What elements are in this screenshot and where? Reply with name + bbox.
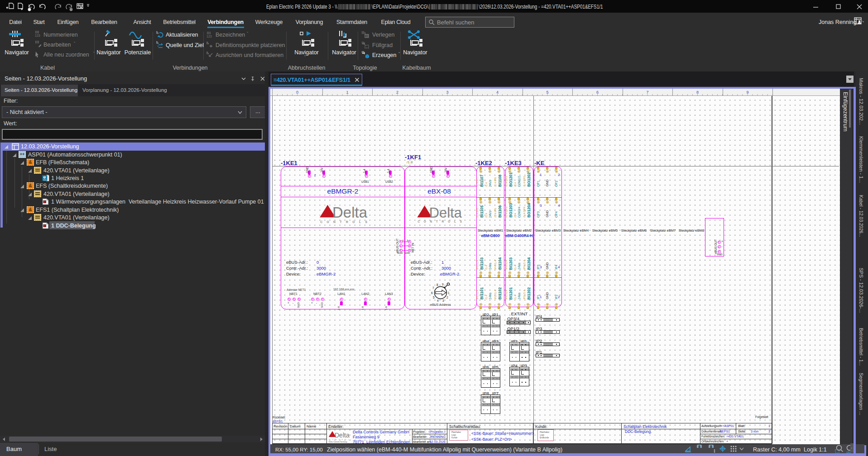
svg-text:7: 7 xyxy=(432,286,434,290)
svg-text:Delta Controls Germany: Delta Controls Germany xyxy=(329,441,347,443)
svg-text:Delta: Delta xyxy=(332,204,368,221)
svg-text:2: 2 xyxy=(446,296,448,299)
svg-text:4: 4 xyxy=(437,299,439,302)
svg-text:3: 3 xyxy=(442,299,444,302)
svg-text:5: 5 xyxy=(433,296,435,299)
svg-text:1: 1 xyxy=(448,291,450,294)
svg-text:8: 8 xyxy=(436,283,438,286)
svg-text:Delta: Delta xyxy=(335,432,350,439)
svg-text:6: 6 xyxy=(431,291,433,294)
svg-text:123: 123 xyxy=(206,35,212,38)
svg-text:Delta: Delta xyxy=(429,205,462,221)
svg-text:123: 123 xyxy=(35,34,40,37)
svg-text:C O N T R O L S: C O N T R O L S xyxy=(329,439,351,441)
svg-text:CONTROLS: CONTROLS xyxy=(320,220,367,223)
svg-text:9: 9 xyxy=(442,283,444,286)
